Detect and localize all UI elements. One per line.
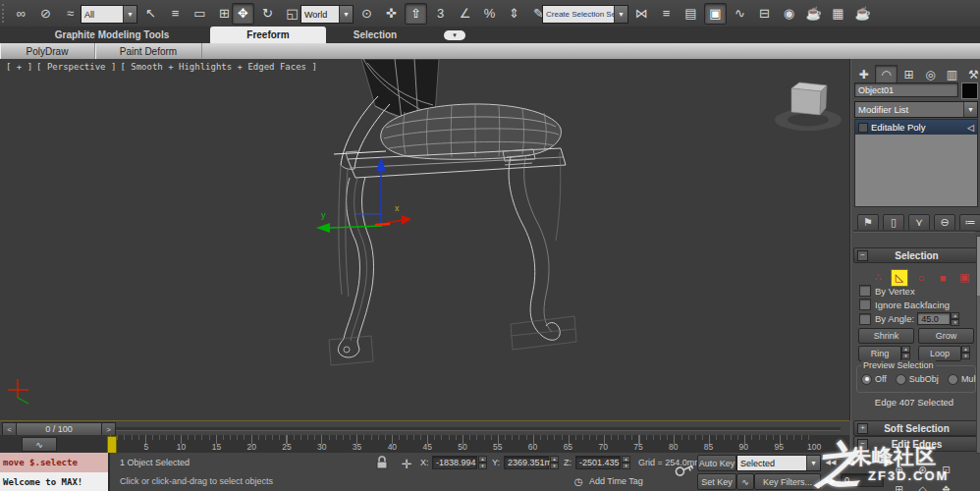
previous-frame-button[interactable]: ◀▮ xyxy=(842,452,859,473)
rollout-soft-selection-header[interactable]: + Soft Selection xyxy=(853,420,977,436)
viewcube[interactable] xyxy=(775,82,842,131)
y-coordinate-field[interactable]: 2369.351m xyxy=(504,456,549,469)
modifier-onoff-icon[interactable] xyxy=(858,123,868,133)
motion-tab-icon[interactable]: ◎ xyxy=(920,66,941,82)
manage-layers-icon[interactable]: ▤ xyxy=(680,3,702,25)
element-subobject-icon[interactable]: ▣ xyxy=(955,269,973,287)
reference-coordinate-dropdown[interactable]: World ▼ xyxy=(300,5,354,24)
key-filters-button[interactable]: Key Filters... xyxy=(754,473,821,490)
rendered-frame-window-icon[interactable]: ▦ xyxy=(827,3,849,25)
panel-paint-deform[interactable]: Paint Deform xyxy=(95,43,202,59)
border-subobject-icon[interactable]: ○ xyxy=(912,269,930,287)
panel-scrollbar[interactable] xyxy=(976,236,980,454)
create-tab-icon[interactable]: ✚ xyxy=(853,66,874,82)
display-tab-icon[interactable]: ▥ xyxy=(942,66,962,82)
render-setup-icon[interactable]: ☕ xyxy=(802,3,825,25)
shrink-button[interactable]: Shrink xyxy=(858,328,914,344)
chair-rear-leg[interactable] xyxy=(339,165,349,297)
add-time-tag-text[interactable]: Add Time Tag xyxy=(589,476,643,486)
schematic-view-icon[interactable]: ⊟ xyxy=(753,3,776,25)
loop-button[interactable]: Loop xyxy=(918,346,961,361)
graphite-ribbon-toggle-icon[interactable]: ▣ xyxy=(704,3,727,25)
animation-set-dropdown[interactable]: Selected ▼ xyxy=(736,455,821,471)
go-to-start-button[interactable]: ◀◀ xyxy=(822,452,840,473)
percent-snap-icon[interactable]: % xyxy=(478,3,501,25)
maxscript-welcome-line[interactable]: Welcome to MAX! xyxy=(0,472,110,491)
unlink-selection-icon[interactable]: ⊘ xyxy=(34,3,57,25)
tab-freeform[interactable]: Freeform xyxy=(210,27,326,43)
curve-editor-icon[interactable]: ∿ xyxy=(729,3,751,25)
by-angle-spinner[interactable]: ▴▾ xyxy=(951,312,959,325)
ribbon-minimize-icon[interactable]: ▾ xyxy=(444,30,465,40)
auto-key-button[interactable]: Auto Key xyxy=(697,455,736,471)
ring-spinner[interactable]: ▴▾ xyxy=(901,346,910,359)
set-key-button[interactable]: Set Key xyxy=(697,473,736,490)
pin-stack-icon[interactable]: ⚑ xyxy=(857,214,879,232)
current-frame-marker[interactable] xyxy=(107,436,117,454)
zoom-all-icon[interactable]: ⊛ xyxy=(911,461,934,479)
play-button[interactable]: ▶ xyxy=(861,452,879,473)
select-object-icon[interactable]: ↖ xyxy=(139,3,162,25)
go-to-end-button[interactable]: ▶▶ xyxy=(822,472,840,489)
stack-item-editable-poly[interactable]: Editable Poly ◁ xyxy=(855,120,977,135)
rectangular-selection-region-icon[interactable]: ▭ xyxy=(189,3,211,25)
time-slider-groove[interactable] xyxy=(116,427,841,431)
select-and-rotate-icon[interactable]: ↻ xyxy=(256,3,279,25)
checkbox-icon[interactable] xyxy=(859,299,871,310)
zoom-icon[interactable]: ⊕ xyxy=(888,461,910,479)
angle-snap-icon[interactable]: ∠ xyxy=(454,3,476,25)
zoom-extents-all-icon[interactable]: ⊞ xyxy=(888,480,910,491)
mini-curve-editor-button[interactable]: ∿ xyxy=(22,437,57,452)
y-spinner[interactable]: ▴▾ xyxy=(550,456,559,469)
x-coordinate-field[interactable]: -1838.994 xyxy=(432,456,477,469)
hierarchy-tab-icon[interactable]: ⊞ xyxy=(898,66,919,82)
panel-polydraw[interactable]: PolyDraw xyxy=(0,43,95,59)
use-pivot-point-center-icon[interactable]: ⊙ xyxy=(355,3,378,25)
align-icon[interactable]: ≡ xyxy=(655,3,678,25)
mirror-icon[interactable]: ⋈ xyxy=(630,3,653,25)
spinner-snap-icon[interactable]: ⇕ xyxy=(503,3,525,25)
by-angle-field[interactable]: 45.0 xyxy=(917,312,951,325)
render-production-icon[interactable]: ☕ xyxy=(851,3,874,25)
checkbox-icon[interactable] xyxy=(859,313,871,325)
grow-button[interactable]: Grow xyxy=(918,328,974,344)
selection-filter-dropdown[interactable]: All ▼ xyxy=(81,5,137,24)
field-of-view-icon[interactable]: ◇ xyxy=(911,480,934,491)
current-frame-field[interactable]: 0 xyxy=(841,473,884,487)
maxscript-macro-line[interactable]: move $.selecte xyxy=(0,453,110,472)
object-name-field[interactable]: Object01 xyxy=(854,82,958,97)
checkbox-icon[interactable] xyxy=(859,285,871,297)
select-by-name-icon[interactable]: ≡ xyxy=(164,3,187,25)
viewport-menu-shading[interactable]: [ Smooth + Highlights + Edged Faces ] xyxy=(120,62,316,72)
new-key-default-in-tangent-icon[interactable]: ∿ xyxy=(736,473,754,490)
make-unique-icon[interactable]: ⋎ xyxy=(908,214,930,232)
tab-graphite-modeling-tools[interactable]: Graphite Modeling Tools xyxy=(14,27,210,43)
toolbar-drag-handle[interactable] xyxy=(2,4,9,23)
show-end-result-icon[interactable]: ▯ xyxy=(883,214,904,232)
select-and-manipulate-icon[interactable]: ✜ xyxy=(380,3,403,25)
tab-selection[interactable]: Selection xyxy=(326,27,424,43)
viewport-menu-pov[interactable]: [ Perspective ] xyxy=(36,62,116,72)
time-step-forward-button[interactable]: > xyxy=(101,422,116,436)
rollout-edit-edges-header[interactable]: − Edit Edges xyxy=(853,436,977,452)
material-editor-icon[interactable]: ◉ xyxy=(778,3,800,25)
perspective-viewport[interactable]: y x [ + ] [ Perspective ] [ Smooth + Hig… xyxy=(0,59,850,420)
x-spinner[interactable]: ▴▾ xyxy=(478,456,487,469)
utilities-tab-icon[interactable]: ⚒ xyxy=(963,66,980,82)
pan-icon[interactable]: ✥ xyxy=(935,480,957,491)
edge-subobject-icon[interactable]: ◺ xyxy=(891,269,908,287)
ignore-backfacing-row[interactable]: Ignore Backfacing xyxy=(859,299,950,310)
by-angle-row[interactable]: By Angle: 45.0 ▴▾ xyxy=(859,312,959,325)
object-color-swatch[interactable] xyxy=(961,82,978,99)
selection-lock-icon[interactable] xyxy=(375,456,391,469)
time-slider-handle[interactable]: 0 / 100 xyxy=(16,422,102,436)
loop-spinner[interactable]: ▴▾ xyxy=(961,346,970,359)
rollout-selection-header[interactable]: − Selection xyxy=(853,247,977,263)
keyboard-shortcut-override-icon[interactable]: ⇧ xyxy=(405,3,427,25)
snap-toggle-3d-icon[interactable]: 3 xyxy=(429,3,452,25)
modify-tab-icon[interactable]: ◠ xyxy=(875,65,898,83)
configure-modifier-sets-icon[interactable]: ≔ xyxy=(959,214,980,232)
viewport-menu-general[interactable]: [ + ] xyxy=(6,62,32,72)
bind-to-space-warp-icon[interactable]: ≈ xyxy=(59,3,82,25)
z-spinner[interactable]: ▴▾ xyxy=(622,456,630,469)
